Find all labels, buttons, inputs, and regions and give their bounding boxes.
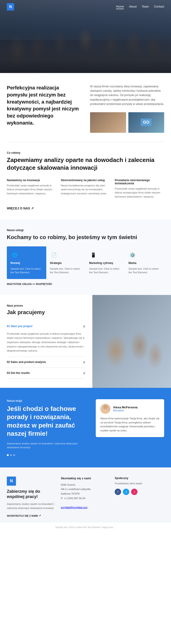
feature-3-title: Posiadanie niezrównanego doświadczenia [115,178,164,185]
feature-2-text: Nasze kompleksowe programy dla start-upó… [61,184,110,196]
facebook-icon[interactable]: f [115,489,121,495]
service-icon-3: 📱 [89,251,97,259]
dot-3[interactable] [13,454,15,456]
footer-company-name: Zabierzmy się do wspólnej pracy! [7,489,56,500]
accordion-item-1: 01 Start you project ∨ Przekształć swoje… [7,321,86,357]
instagram-icon[interactable]: i [131,489,138,495]
author-name: Alexa McFersona [113,406,138,409]
service-icon-4: ⚙️ [128,251,137,259]
services-grid: 🌐 Rozwój Sample text. Click to select th… [7,246,164,279]
what-label: Co robimy [7,151,164,154]
bottom-bar: Sample text. Click to select the Text El… [0,522,171,532]
nav-links: Home About Team Contact [116,5,164,9]
feature-3-text: Przekształć swoje wyjątkowe pomysły w do… [115,187,164,199]
footer-contact-link[interactable]: SKONTAKTUJ SIĘ Z NAMI ↗ [7,514,41,517]
intro-left: Perfekcyjna realizacja pomysłu jest nicz… [7,84,81,133]
service-text-4: Sample text. Click to select the Text El… [128,267,161,274]
footer-social-text: Przykładowy tekst stopki [115,482,164,486]
intro-image-2: GO [128,112,164,133]
process-heading: Jak pracujemy [7,309,86,316]
service-item-4[interactable]: ⚙️ Marka Sample text. Click to select th… [125,246,164,279]
footer-contact-title: Skontaktuj się z nami [61,476,110,480]
vision-text: Zapewniamy analizy oparte na dowodach i … [7,442,89,450]
service-icon-1: 🌐 [10,251,19,259]
footer-address: 5566 Orzech,Hill Ln undefined Lafayette,… [61,483,110,510]
services-heading: Kochamy to co robimy, bo jesteśmy w tym … [7,234,164,241]
service-item-1[interactable]: 🌐 Rozwój Sample text. Click to select th… [7,246,46,279]
footer-email[interactable]: przykład@przykład.com [61,506,88,509]
services-label: Nasze usługi [7,228,164,232]
footer-col-contact: Skontaktuj się z nami 5566 Orzech,Hill L… [61,476,110,518]
accordion-chevron-1: ∨ [83,324,86,328]
what-we-do-section: Co robimy Zapewniamy analizy oparte na d… [0,142,171,220]
accordion-item-3: 03 Get the results ∨ [7,368,86,379]
footer-contact-arrow: ↗ [39,514,41,517]
nav-link-home[interactable]: Home [116,5,124,9]
accordion-title-2: 02 Sales and product analysis [7,360,46,364]
process-right-image [92,295,171,388]
twitter-icon[interactable]: t [123,489,129,495]
avatar-body [102,410,109,414]
vision-right: Alexa McFersona Menadżer Nasza firma wyk… [96,399,164,456]
accordion-header-3[interactable]: 03 Get the results ∨ [7,368,86,378]
vision-section: Nasza wizja Jeśli chodzi o fachowe porad… [0,388,171,468]
service-item-2[interactable]: 📄 Strategia Sample text. Click to select… [46,246,86,279]
dot-1[interactable] [7,454,9,456]
testimonial-author: Alexa McFersona Menadżer [100,404,160,414]
nav-link-team[interactable]: Team [142,5,149,9]
vision-left: Nasza wizja Jeśli chodzi o fachowe porad… [7,399,89,456]
process-section: Nasz proces Jak pracujemy 01 Start you p… [0,295,171,388]
testimonial-text: Nasza firma wykorzystuje Twoją firmę, ab… [100,416,160,432]
more-link-arrow: ↗ [31,206,34,210]
intro-image-1 [90,112,126,133]
all-services-text: WSZYSTKIE USŁUGI >> ROZPIĘTOŚĆ [7,283,52,286]
service-title-3: Marketing cyfrowy [89,262,121,265]
navigation: N Home About Team Contact [0,0,171,14]
all-services-link[interactable]: WSZYSTKIE USŁUGI >> ROZPIĘTOŚĆ [7,283,52,286]
intro-right: W naszej firmie rozumiamy sferę innowacj… [90,84,164,133]
avatar-face [103,405,108,409]
service-text-2: Sample text. Click to select the Text El… [50,267,82,274]
nav-link-contact[interactable]: Contact [154,5,164,9]
service-title-2: Strategia [50,262,82,265]
nav-link-about[interactable]: About [129,5,136,9]
intro-heading: Perfekcyjna realizacja pomysłu jest nicz… [7,84,81,126]
testimonial-card: Alexa McFersona Menadżer Nasza firma wyk… [96,399,164,437]
service-text-3: Sample text. Click to select the Text El… [89,267,121,274]
accordion-content-1: Przekształć swoje wyjątkowe pomysły w do… [7,332,86,356]
accordion-item-2: 02 Sales and product analysis ∨ [7,357,86,368]
service-item-3[interactable]: 📱 Marketing cyfrowy Sample text. Click t… [86,246,125,279]
what-heading: Zapewniamy analizy oparte na dowodach i … [7,156,164,172]
go-badge: GO [141,119,152,126]
service-title-4: Marka [128,262,161,265]
feature-2: Skoncentrowany na jakości usług Nasze ko… [61,178,110,199]
feature-3: Posiadanie niezrównanego doświadczenia P… [115,178,164,199]
service-icon-2: 📄 [50,251,58,259]
footer-contact-link-text: SKONTAKTUJ SIĘ Z NAMI [7,514,38,517]
footer-col-social: Społeczny Przykładowy tekst stopki f t i [115,476,164,518]
vision-label: Nasza wizja [7,399,89,402]
accordion-title-3: 03 Get the results [7,372,30,374]
more-link-text: WIĘCEJ O NAS [7,206,30,210]
footer-logo: N [7,476,16,486]
dot-2[interactable] [10,454,12,456]
intro-text: W naszej firmie rozumiamy sferę innowacj… [90,84,164,106]
more-link[interactable]: WIĘCEJ O NAS ↗ [7,206,34,210]
process-label: Nasz proces [7,304,86,307]
accordion-chevron-3: ∨ [83,371,86,375]
accordion-header-2[interactable]: 02 Sales and product analysis ∨ [7,357,86,368]
footer-social-icons: f t i [115,489,164,495]
author-role: Menadżer [113,409,138,412]
intro-images: GO [90,112,164,133]
accordion-header-1[interactable]: 01 Start you project ∨ [7,321,86,332]
author-info: Alexa McFersona Menadżer [113,406,138,412]
vision-heading: Jeśli chodzi o fachowe porady i rozwiąza… [7,405,89,438]
accordion-title-1: 01 Start you project [7,324,32,328]
avatar [100,404,110,414]
footer-company-desc: Zapewniamy analizy oparte na dowodach i … [7,502,56,510]
accordion: 01 Start you project ∨ Przekształć swoje… [7,321,86,379]
feature-2-title: Skoncentrowany na jakości usług [61,178,110,182]
feature-1: Nastawiony na innowacje Przekształć swoj… [7,178,56,199]
bottom-text: Sample text. Click to select the Text El… [56,526,116,528]
nav-logo[interactable]: N [7,3,14,10]
